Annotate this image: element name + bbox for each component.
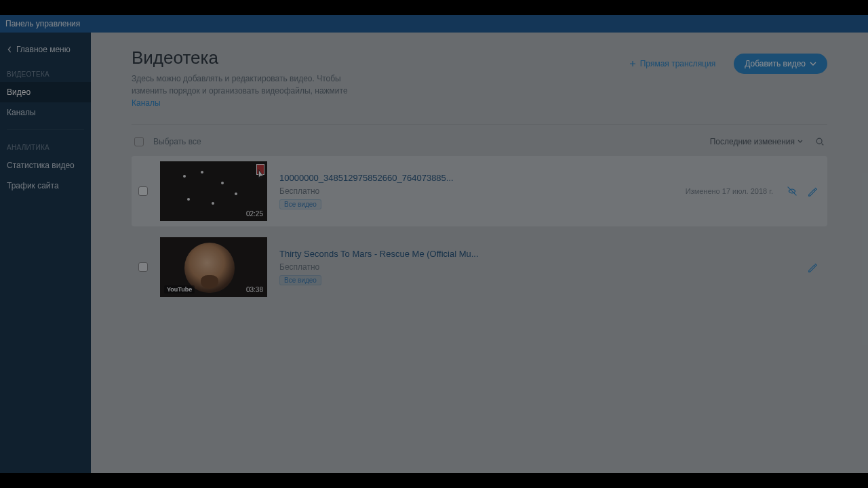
chevron-left-icon — [7, 46, 12, 53]
sidebar-item-label: Трафик сайта — [7, 181, 59, 190]
topbar: Панель управления — [0, 15, 868, 33]
main: Видеотека Здесь можно добавлять и редакт… — [91, 33, 868, 473]
button-label: Добавить видео — [745, 59, 806, 68]
sidebar-item-traffic[interactable]: Трафик сайта — [0, 176, 91, 196]
sidebar-item-label: Видео — [7, 87, 31, 97]
chevron-down-icon — [810, 60, 816, 67]
chevron-down-icon — [797, 139, 803, 144]
live-stream-button[interactable]: Прямая трансляция — [619, 53, 726, 75]
button-label: Прямая трансляция — [640, 59, 715, 68]
sidebar-back-label: Главное меню — [16, 45, 71, 54]
divider — [132, 124, 827, 125]
page-subtitle: Здесь можно добавлять и редактировать ви… — [132, 73, 362, 109]
edit-icon[interactable] — [807, 262, 818, 272]
sidebar-item-stats[interactable]: Статистика видео — [0, 155, 91, 176]
plus-icon — [629, 60, 636, 67]
add-video-button[interactable]: Добавить видео — [734, 54, 827, 74]
video-row[interactable]: YouTube 03:38 Thirty Seconds To Mars - R… — [132, 232, 827, 302]
video-price: Бесплатно — [279, 262, 821, 272]
sidebar-item-channels[interactable]: Каналы — [0, 102, 91, 123]
sidebar-back[interactable]: Главное меню — [0, 39, 91, 64]
video-duration: 03:38 — [246, 286, 263, 293]
edit-icon[interactable] — [807, 186, 818, 197]
page-title: Видеотека — [132, 47, 362, 68]
video-tag[interactable]: Все видео — [279, 275, 321, 285]
divider — [7, 129, 84, 130]
search-icon[interactable] — [815, 137, 825, 146]
video-title[interactable]: 10000000_348512975852660_764073885... — [279, 173, 821, 183]
video-thumbnail[interactable]: YouTube 03:38 — [160, 237, 267, 297]
sort-label: Последние изменения — [710, 137, 795, 146]
row-checkbox[interactable] — [138, 262, 148, 272]
video-title[interactable]: Thirty Seconds To Mars - Rescue Me (Offi… — [279, 249, 821, 259]
video-duration: 02:25 — [246, 210, 263, 218]
select-all-label: Выбрать все — [153, 137, 201, 146]
breadcrumb: Панель управления — [5, 19, 80, 28]
sidebar-item-label: Статистика видео — [7, 161, 75, 170]
video-modified: Изменено 17 июл. 2018 г. — [686, 187, 773, 195]
channels-link[interactable]: Каналы — [132, 98, 161, 108]
sidebar-section-video: ВИДЕОТЕКА — [0, 64, 91, 82]
select-all-checkbox[interactable] — [134, 137, 144, 146]
share-icon[interactable] — [787, 186, 797, 197]
sort-dropdown[interactable]: Последние изменения — [710, 137, 803, 146]
sidebar-item-label: Каналы — [7, 108, 36, 117]
youtube-badge: YouTube — [164, 285, 195, 293]
sidebar-item-video[interactable]: Видео — [0, 82, 91, 102]
video-row[interactable]: 02:25 10000000_348512975852660_764073885… — [132, 156, 827, 226]
svg-point-0 — [816, 138, 822, 144]
video-tag[interactable]: Все видео — [279, 199, 321, 209]
video-thumbnail[interactable]: 02:25 — [160, 161, 267, 221]
sidebar-section-analytics: АНАЛИТИКА — [0, 137, 91, 155]
row-checkbox[interactable] — [138, 186, 148, 196]
sidebar: Главное меню ВИДЕОТЕКА Видео Каналы АНАЛ… — [0, 33, 91, 473]
